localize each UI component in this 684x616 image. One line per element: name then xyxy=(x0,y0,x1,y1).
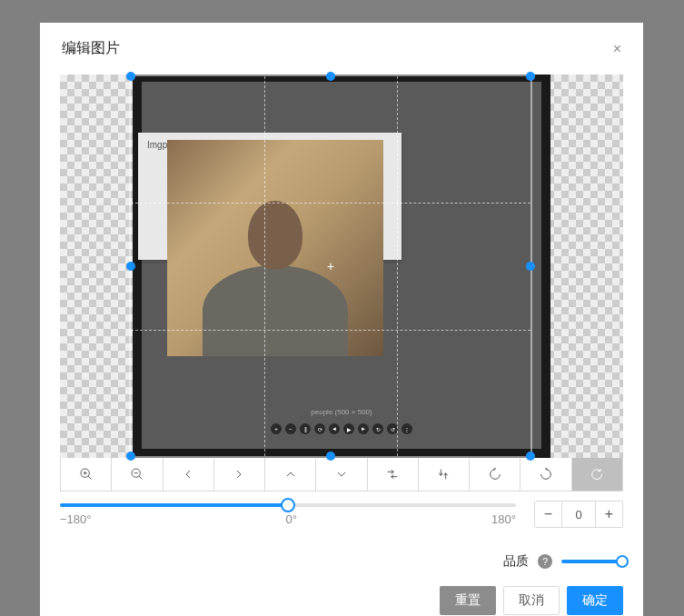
crop-handle-bottom-right[interactable] xyxy=(526,452,535,461)
move-down-button[interactable] xyxy=(316,458,367,491)
crop-grid-line xyxy=(131,330,530,331)
zoom-in-button[interactable] xyxy=(61,458,112,491)
move-left-button[interactable] xyxy=(164,458,214,491)
crop-handle-bottom-middle[interactable] xyxy=(326,452,335,461)
crop-center-icon: + xyxy=(327,259,334,273)
decrement-button[interactable]: − xyxy=(535,502,562,527)
rotation-slider[interactable]: −180° 0° 180° xyxy=(60,503,516,526)
modal-header: 编辑图片 × xyxy=(40,23,643,75)
quality-row: 品质 ? xyxy=(60,553,623,570)
close-icon[interactable]: × xyxy=(613,42,621,56)
crop-grid-line xyxy=(131,203,530,204)
help-icon[interactable]: ? xyxy=(538,554,552,569)
move-up-button[interactable] xyxy=(265,458,316,491)
ok-button[interactable]: 确定 xyxy=(567,586,623,615)
crop-handle-top-right[interactable] xyxy=(526,72,535,81)
slider-fill xyxy=(60,503,288,507)
slider-track xyxy=(60,503,516,507)
crop-handle-top-middle[interactable] xyxy=(326,72,335,81)
rotate-ccw-button[interactable] xyxy=(520,458,571,491)
slider-min-label: −180° xyxy=(60,512,91,526)
slider-labels: −180° 0° 180° xyxy=(60,512,516,526)
crop-handle-bottom-left[interactable] xyxy=(126,452,135,461)
action-buttons: 重置 取消 确定 xyxy=(60,586,623,615)
quality-slider-thumb[interactable] xyxy=(616,555,629,568)
quality-label: 品质 xyxy=(503,553,529,570)
cancel-button[interactable]: 取消 xyxy=(503,586,560,615)
quality-slider[interactable] xyxy=(561,560,623,563)
rotation-number-input: − 0 + xyxy=(534,501,623,528)
image-edit-modal: 编辑图片 × Imgpo people (500 × 500) + − ‖ ⟳ … xyxy=(40,23,643,616)
crop-handle-top-left[interactable] xyxy=(126,72,135,81)
rotate-cw-button[interactable] xyxy=(470,458,520,491)
crop-handle-middle-right[interactable] xyxy=(526,262,535,271)
slider-center-label: 0° xyxy=(286,512,297,526)
flip-horizontal-button[interactable] xyxy=(368,458,419,491)
refresh-button[interactable] xyxy=(572,458,622,491)
move-right-button[interactable] xyxy=(214,458,265,491)
crop-grid-line xyxy=(397,76,398,456)
rotation-slider-row: −180° 0° 180° − 0 + xyxy=(60,501,623,528)
crop-grid-line xyxy=(264,76,265,456)
increment-button[interactable]: + xyxy=(595,502,622,527)
image-editor-canvas[interactable]: Imgpo people (500 × 500) + − ‖ ⟳ ◄ ▶ ► ↻… xyxy=(60,75,623,458)
slider-thumb[interactable] xyxy=(281,498,295,512)
svg-line-1 xyxy=(88,476,91,479)
reset-button[interactable]: 重置 xyxy=(440,586,496,615)
slider-max-label: 180° xyxy=(491,512,516,526)
crop-handle-middle-left[interactable] xyxy=(126,262,135,271)
rotation-value[interactable]: 0 xyxy=(562,508,595,522)
modal-title: 编辑图片 xyxy=(62,39,120,58)
editor-toolbar xyxy=(60,458,623,492)
crop-overlay[interactable]: + xyxy=(129,75,532,458)
svg-line-5 xyxy=(139,476,142,479)
flip-vertical-button[interactable] xyxy=(419,458,470,491)
zoom-out-button[interactable] xyxy=(112,458,163,491)
